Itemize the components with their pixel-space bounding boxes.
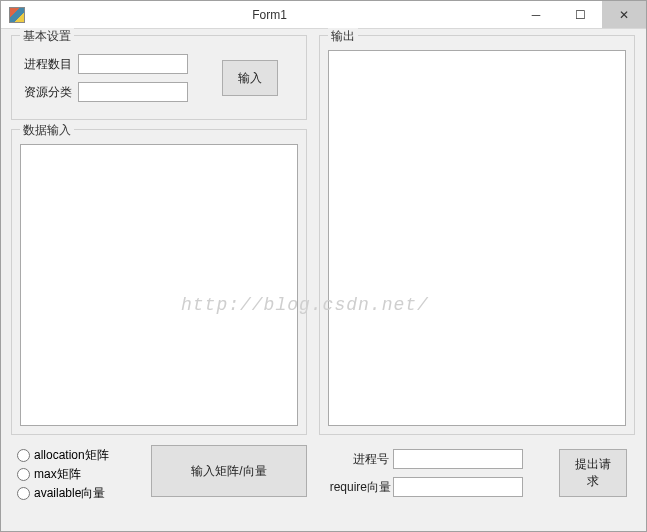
resource-class-label: 资源分类 (24, 84, 78, 101)
output-legend: 输出 (328, 28, 358, 45)
radio-max[interactable]: max矩阵 (17, 466, 147, 483)
radio-allocation-label: allocation矩阵 (34, 447, 109, 464)
data-input-group: 数据输入 (11, 129, 307, 435)
window-title: Form1 (25, 8, 514, 22)
window-frame: Form1 ─ ☐ ✕ 基本设置 进程数目 资源分类 输入 数据输入 输出 (0, 0, 647, 532)
process-id-input[interactable] (393, 449, 523, 469)
client-area: 基本设置 进程数目 资源分类 输入 数据输入 输出 allocation矩阵 (1, 29, 646, 531)
window-buttons: ─ ☐ ✕ (514, 1, 646, 28)
radio-available-label: available向量 (34, 485, 105, 502)
radio-max-input[interactable] (17, 468, 30, 481)
submit-request-button[interactable]: 提出请求 (559, 449, 627, 497)
require-input[interactable] (393, 477, 523, 497)
matrix-radio-group: allocation矩阵 max矩阵 available向量 (17, 445, 147, 504)
process-count-input[interactable] (78, 54, 188, 74)
basic-settings-group: 基本设置 进程数目 资源分类 输入 (11, 35, 307, 120)
radio-available[interactable]: available向量 (17, 485, 147, 502)
data-input-textarea[interactable] (20, 144, 298, 426)
minimize-button[interactable]: ─ (514, 1, 558, 28)
radio-available-input[interactable] (17, 487, 30, 500)
data-input-legend: 数据输入 (20, 122, 74, 139)
output-textarea[interactable] (328, 50, 626, 426)
radio-allocation-input[interactable] (17, 449, 30, 462)
require-label: require向量 (321, 479, 393, 496)
radio-allocation[interactable]: allocation矩阵 (17, 447, 147, 464)
close-button[interactable]: ✕ (602, 1, 646, 28)
maximize-button[interactable]: ☐ (558, 1, 602, 28)
titlebar: Form1 ─ ☐ ✕ (1, 1, 646, 29)
resource-class-input[interactable] (78, 82, 188, 102)
process-count-label: 进程数目 (24, 56, 78, 73)
output-group: 输出 (319, 35, 635, 435)
radio-max-label: max矩阵 (34, 466, 81, 483)
app-icon (9, 7, 25, 23)
input-button[interactable]: 输入 (222, 60, 278, 96)
process-id-label: 进程号 (337, 451, 393, 468)
input-matrix-button[interactable]: 输入矩阵/向量 (151, 445, 307, 497)
basic-settings-legend: 基本设置 (20, 28, 74, 45)
